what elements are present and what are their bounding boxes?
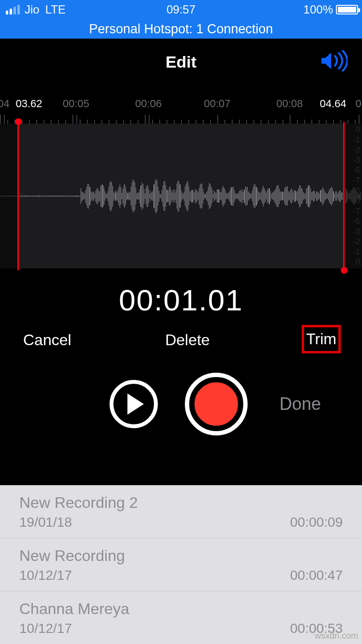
done-button[interactable]: Done [279, 394, 328, 414]
watermark: wsxdn.com [315, 631, 358, 641]
battery-icon [336, 5, 358, 14]
trim-handle-start[interactable] [17, 122, 19, 270]
waveform[interactable]: 0-1-2-3-5-7-10-10-7-5-3-2-10 [0, 124, 362, 268]
recording-date: 10/12/17 [19, 568, 72, 583]
trim-handle-end[interactable] [343, 122, 345, 270]
hotspot-banner[interactable]: Personal Hotspot: 1 Connection [0, 19, 362, 39]
status-bar: Jio LTE 09:57 100% Personal Hotspot: 1 C… [0, 0, 362, 39]
list-item[interactable]: New Recording 10/12/17 00:00:47 [0, 538, 362, 591]
record-button[interactable] [185, 373, 248, 435]
cancel-button[interactable]: Cancel [21, 328, 73, 352]
recording-duration: 00:00:09 [290, 515, 343, 530]
play-icon [127, 393, 144, 415]
play-button[interactable] [110, 380, 158, 428]
recordings-list: New Recording 2 19/01/18 00:00:09 New Re… [0, 485, 362, 644]
recording-title: New Recording [19, 547, 343, 565]
trim-button[interactable]: Trim [302, 325, 341, 353]
delete-button[interactable]: Delete [163, 328, 212, 352]
recording-date: 10/12/17 [19, 621, 72, 636]
speaker-icon[interactable] [320, 50, 348, 73]
record-icon [192, 380, 240, 428]
transport-controls: Done [0, 354, 362, 452]
time-readout: 00:01.01 [0, 268, 362, 326]
list-item[interactable]: New Recording 2 19/01/18 00:00:09 [0, 485, 362, 538]
recording-title: New Recording 2 [19, 494, 343, 512]
page-title: Edit [166, 53, 196, 71]
nav-bar: Edit [0, 39, 362, 85]
list-item[interactable]: Channa Mereya 10/12/17 00:00:53 [0, 591, 362, 644]
recording-title: Channa Mereya [19, 600, 343, 618]
recording-duration: 00:00:47 [290, 568, 343, 583]
timeline-ruler[interactable]: 0403.6200:0500:0600:0700:0804.640 [0, 85, 362, 124]
status-time: 09:57 [0, 3, 362, 16]
recording-date: 19/01/18 [19, 515, 72, 530]
edit-actions: Cancel Delete Trim [0, 326, 362, 354]
